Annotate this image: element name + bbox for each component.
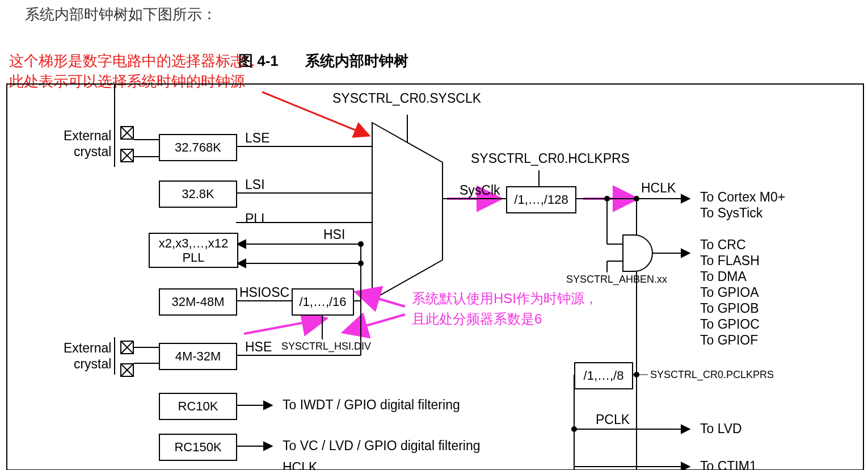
label-out-systick: To SysTick bbox=[700, 205, 762, 221]
label-sig-pll: PLL bbox=[245, 211, 268, 227]
node-dot bbox=[634, 196, 639, 202]
svg-line-4 bbox=[359, 293, 405, 307]
label-out-iwdt: To IWDT / GPIO digital filtering bbox=[283, 397, 460, 413]
label-out-gpiof: To GPIOF bbox=[700, 333, 758, 349]
box-hse-osc: 4M-32M bbox=[159, 343, 237, 370]
svg-marker-1 bbox=[372, 123, 443, 300]
pin-icon bbox=[120, 341, 134, 354]
box-pclk-divider: /1,…,/8 bbox=[574, 362, 633, 389]
label-out-flash: To FLASH bbox=[700, 253, 760, 269]
node-dot bbox=[358, 241, 364, 247]
label-sig-hsiosc: HSIOSC bbox=[239, 285, 289, 301]
label-reg-hsidiv: SYSCTRL_HSI.DIV bbox=[281, 341, 371, 353]
pin-icon bbox=[120, 149, 134, 162]
label-external-crystal-hse: External crystal bbox=[64, 341, 111, 372]
label-sig-hclk: HCLK bbox=[641, 181, 676, 196]
label-out-cortex: To Cortex M0+ bbox=[700, 190, 785, 205]
label-out-gpiob: To GPIOB bbox=[700, 301, 759, 317]
label-out-ctim1: To CTIM1 bbox=[700, 459, 757, 470]
box-lsi-osc: 32.8K bbox=[159, 181, 237, 208]
label-sig-pclk: PCLK bbox=[596, 412, 630, 428]
box-hsi-divider: /1,…,/16 bbox=[292, 288, 354, 316]
label-out-dma: To DMA bbox=[700, 269, 747, 285]
label-reg-pclkprs: SYSCTRL_CR0.PCLKPRS bbox=[650, 369, 774, 381]
box-hsiosc: 32M-48M bbox=[159, 288, 237, 316]
box-lse-osc: 32.768K bbox=[159, 134, 237, 161]
node-dot bbox=[604, 196, 610, 202]
node-dot bbox=[358, 261, 364, 266]
label-out-crc: To CRC bbox=[700, 237, 746, 253]
label-sig-hse: HSE bbox=[245, 339, 272, 355]
label-out-lvd: To LVD bbox=[700, 421, 742, 437]
label-reg-ahben: SYSCTRL_AHBEN.xx bbox=[566, 274, 667, 286]
box-hclk-divider: /1,…,/128 bbox=[506, 186, 576, 213]
label-reg-sysclk: SYSCTRL_CR0.SYSCLK bbox=[332, 91, 481, 107]
node-dot bbox=[634, 372, 639, 377]
label-out-gpioc: To GPIOC bbox=[700, 317, 760, 333]
pin-icon bbox=[120, 363, 134, 377]
box-pll: x2,x3,…,x12 PLL bbox=[149, 233, 238, 268]
label-sig-hsi: HSI bbox=[323, 227, 345, 243]
label-sig-lsi: LSI bbox=[245, 177, 265, 193]
label-reg-hclkprs: SYSCTRL_CR0.HCLKPRS bbox=[471, 151, 630, 167]
label-sig-hclk-b: HCLK bbox=[283, 460, 317, 470]
label-sig-sysclk: SysClk bbox=[460, 183, 500, 199]
label-out-vc: To VC / LVD / GPIO digital filtering bbox=[283, 438, 481, 454]
label-sig-lse: LSE bbox=[245, 131, 269, 146]
box-rc150k: RC150K bbox=[159, 434, 237, 461]
pin-icon bbox=[120, 126, 134, 140]
svg-line-6 bbox=[244, 319, 323, 334]
svg-line-5 bbox=[346, 314, 405, 331]
box-rc10k: RC10K bbox=[159, 393, 237, 420]
label-external-crystal-lse: External crystal bbox=[64, 128, 111, 160]
node-dot bbox=[571, 426, 577, 432]
label-out-gpioa: To GPIOA bbox=[700, 285, 759, 301]
